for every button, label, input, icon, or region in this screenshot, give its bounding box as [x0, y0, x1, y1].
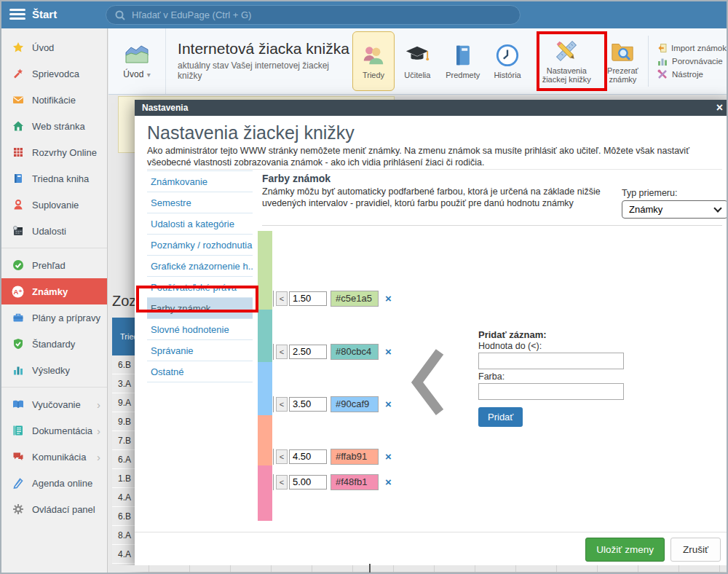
nav-item-farby-znamok[interactable]: Farby známok — [147, 298, 253, 319]
nav-item-slovne-hodnotenie[interactable]: Slovné hodnotenie — [147, 319, 253, 340]
less-than-label: < — [276, 345, 288, 359]
toolbar-separator — [648, 36, 649, 87]
sidebar-item-agenda[interactable]: Agenda online — [1, 470, 107, 496]
add-button[interactable]: Pridať — [478, 407, 523, 427]
graduation-cap-icon — [404, 43, 430, 68]
sidebar-item-uvod[interactable]: Úvod — [1, 34, 107, 60]
average-type-select[interactable]: Známky — [622, 200, 728, 219]
nav-item-semestre[interactable]: Semestre — [147, 192, 253, 213]
toolbar-button-nastroje[interactable]: Nástroje — [657, 69, 727, 79]
threshold-input[interactable]: 3.50 — [289, 397, 327, 412]
sidebar-item-plany[interactable]: Plány a prípravy — [1, 304, 107, 331]
add-record-form: Pridať záznam: Hodnota do (<): Farba: Pr… — [478, 329, 631, 427]
toolbar-button-triedy[interactable]: Triedy — [352, 31, 394, 91]
footer-divider — [135, 532, 728, 532]
color-rule-row: < 1.50 #c5e1a5 × — [273, 291, 392, 307]
home-icon — [12, 120, 24, 133]
search-input[interactable]: Hľadať v EduPage (Ctrl + G) — [106, 5, 521, 25]
sidebar-item-sprievodca[interactable]: Sprievodca — [1, 60, 107, 87]
color-scale-segment — [258, 465, 272, 521]
nav-item-udalosti-a-kategorie[interactable]: Udalosti a kategórie — [147, 213, 253, 235]
threshold-input[interactable]: 2.50 — [289, 345, 327, 359]
delete-rule-icon[interactable]: × — [385, 291, 392, 307]
ruler-pencil-icon — [553, 39, 580, 63]
grade-a-plus-icon: A⁺ — [12, 286, 24, 298]
start-menu-label[interactable]: Štart — [32, 8, 57, 20]
sidebar-item-web-stranka[interactable]: Web stránka — [1, 113, 107, 139]
color-swatch[interactable]: #80cbc4 — [331, 344, 379, 360]
less-than-label: < — [276, 449, 288, 464]
classes-people-icon — [360, 43, 387, 68]
nav-item-poznamky-rozhodnutia[interactable]: Poznámky / rozhodnutia — [147, 235, 253, 256]
toolbar-button-predmety[interactable]: Predmety — [440, 28, 486, 94]
threshold-input[interactable]: 5.00 — [289, 475, 327, 490]
compare-bars-icon — [657, 56, 668, 66]
header-nav-label: Úvod — [123, 69, 143, 79]
divider — [262, 225, 722, 226]
toolbar-button-import-znamok[interactable]: Import známok — [657, 43, 727, 53]
section-heading: Farby známok — [262, 173, 331, 184]
sidebar-item-prehlad[interactable]: Prehľad — [1, 252, 107, 278]
toolbar-button-nastavenia-ziackej-knizky[interactable]: Nastavenia žiackej knižky — [534, 28, 600, 94]
grade-color-editor: < 1.50 #c5e1a5 × < 2.50 #80cbc4 × < 3.50… — [258, 231, 727, 522]
color-rule-row: < 3.50 #90caf9 × — [273, 396, 392, 412]
delete-rule-icon[interactable]: × — [385, 474, 392, 490]
sidebar-divider — [1, 387, 107, 388]
threshold-input[interactable]: 1.50 — [289, 291, 327, 306]
cancel-button[interactable]: Zrušiť — [670, 538, 721, 562]
shield-check-icon — [12, 338, 24, 350]
value-input[interactable] — [478, 353, 624, 369]
open-book-icon — [12, 398, 24, 411]
color-swatch[interactable]: #c5e1a5 — [331, 291, 379, 307]
sidebar-item-vysledky[interactable]: Výsledky — [1, 357, 107, 383]
sidebar-item-udalosti[interactable]: Udalosti — [1, 218, 107, 244]
color-swatch[interactable]: #f48fb1 — [331, 474, 379, 490]
sidebar-item-rozvrhy[interactable]: Rozvrhy Online — [1, 139, 107, 165]
delete-rule-icon[interactable]: × — [385, 396, 392, 412]
color-input[interactable] — [478, 383, 624, 400]
sidebar-item-suplovanie[interactable]: Suplovanie — [1, 192, 107, 218]
nav-item-pouzivatelske-prava[interactable]: Používateľské práva — [147, 277, 253, 298]
sidebar-item-ovladaci-panel[interactable]: Ovládací panel — [1, 496, 107, 522]
nav-item-graficke-znazornenie[interactable]: Grafické znázornenie h... — [147, 256, 253, 277]
sidebar-item-notifikacie[interactable]: Notifikácie — [1, 87, 107, 113]
header-nav-uvod[interactable]: Úvod ▾ — [108, 28, 166, 94]
color-rule-row: < 2.50 #80cbc4 × — [273, 344, 392, 360]
delete-rule-icon[interactable]: × — [385, 449, 392, 465]
color-swatch[interactable]: #90caf9 — [331, 396, 379, 412]
color-scale-segment — [258, 415, 272, 465]
gear-icon — [12, 503, 24, 516]
toolbar-button-historia[interactable]: História — [486, 28, 529, 94]
close-icon[interactable]: × — [716, 100, 723, 116]
save-changes-button[interactable]: Uložiť zmeny — [585, 538, 665, 562]
modal-footer: Uložiť zmeny Zrušiť — [585, 538, 721, 562]
folder-search-icon — [609, 39, 636, 63]
sidebar-item-vyucovanie[interactable]: Vyučovanie › — [1, 391, 107, 417]
sidebar-item-znamky[interactable]: A⁺ Známky — [1, 278, 107, 304]
toolbar-button-porovnavacie[interactable]: Porovnávacie — [657, 56, 727, 66]
delete-rule-icon[interactable]: × — [385, 344, 392, 360]
chevron-right-icon: › — [97, 425, 100, 437]
modal-titlebar: Nastavenia × — [135, 100, 728, 116]
sidebar-item-triedna-kniha[interactable]: Triedna kniha — [1, 165, 107, 192]
sidebar-item-dokumentacia[interactable]: Dokumentácia › — [1, 417, 107, 444]
sidebar-item-standardy[interactable]: Štandardy — [1, 331, 107, 357]
search-icon — [115, 10, 125, 20]
nav-item-znamkovanie[interactable]: Známkovanie — [147, 171, 253, 192]
color-label: Farba: — [478, 371, 631, 382]
chat-bubbles-icon — [12, 451, 24, 463]
toolbar-button-ucitelia[interactable]: Učitelia — [395, 28, 440, 94]
document-icon — [12, 425, 24, 437]
nav-item-spravanie[interactable]: Správanie — [147, 340, 253, 361]
hamburger-menu-icon[interactable] — [9, 9, 25, 22]
threshold-input[interactable]: 4.50 — [289, 449, 327, 464]
color-swatch[interactable]: #ffab91 — [331, 449, 379, 465]
briefcase-icon — [12, 312, 24, 324]
import-icon — [657, 43, 667, 53]
settings-modal: Nastavenia × Nastavenia žiackej knižky A… — [135, 100, 728, 566]
sidebar-item-komunikacia[interactable]: Komunikácia › — [1, 444, 107, 470]
horizontal-scrollbar[interactable] — [108, 565, 727, 572]
toolbar-button-prezerat-znamky[interactable]: Prezerať známky — [600, 28, 646, 94]
toolbar-right-group: Import známok Porovnávacie Nástroje — [651, 28, 727, 94]
nav-item-ostatne[interactable]: Ostatné — [147, 361, 253, 382]
